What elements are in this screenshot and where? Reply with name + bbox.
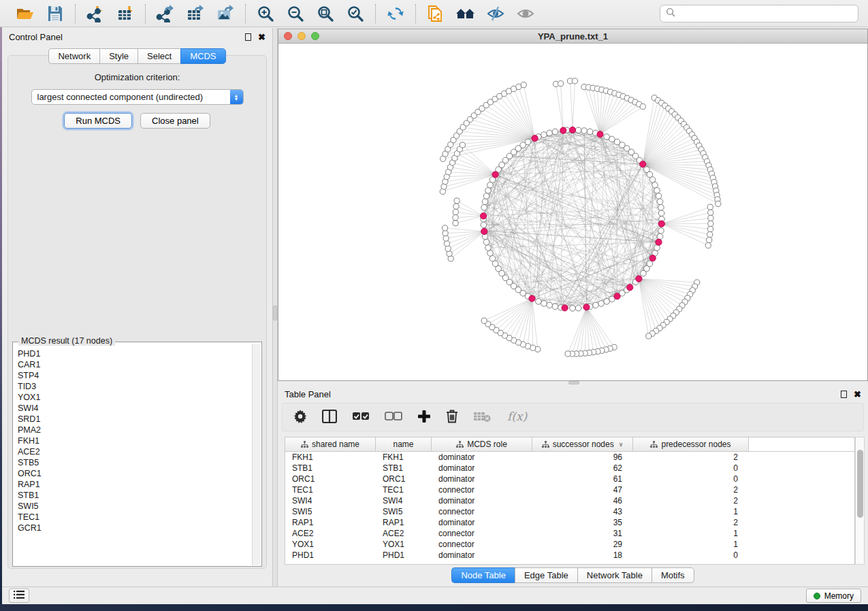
mcds-result-item[interactable]: CAR1: [18, 359, 252, 370]
refresh-button[interactable]: [385, 3, 406, 24]
table-cell[interactable]: STB1: [376, 463, 432, 473]
graph-leaf-node[interactable]: [707, 227, 713, 232]
table-cell[interactable]: RAP1: [285, 518, 376, 527]
graph-node[interactable]: [654, 188, 660, 194]
table-cell[interactable]: 18: [532, 550, 633, 560]
graph-node[interactable]: [481, 205, 487, 211]
import-network-button[interactable]: [85, 3, 106, 24]
table-cell[interactable]: 0: [633, 463, 749, 473]
table-cell[interactable]: PHD1: [376, 550, 432, 560]
table-cell[interactable]: TEC1: [376, 485, 432, 495]
table-cell[interactable]: connector: [432, 507, 532, 516]
graph-node[interactable]: [547, 302, 553, 308]
graph-node[interactable]: [641, 270, 647, 276]
graph-node[interactable]: [656, 193, 662, 199]
table-scrollbar[interactable]: [855, 437, 865, 565]
graph-node[interactable]: [657, 199, 663, 205]
table-cell[interactable]: STB1: [285, 463, 376, 473]
table-row[interactable]: SWI5SWI5connector431: [285, 506, 854, 517]
graph-leaf-node[interactable]: [707, 204, 713, 210]
graph-leaf-node[interactable]: [454, 198, 460, 203]
mcds-result-item[interactable]: ORC1: [18, 468, 252, 479]
table-cell[interactable]: 47: [532, 485, 633, 495]
mcds-result-item[interactable]: SWI5: [18, 501, 252, 512]
mcds-result-item[interactable]: SWI4: [18, 403, 252, 414]
graph-node[interactable]: [536, 299, 542, 305]
document-network-button[interactable]: [425, 3, 446, 24]
table-row[interactable]: RAP1RAP1dominator352: [285, 517, 854, 528]
optimization-criterion-select[interactable]: largest connected component (undirected)…: [31, 89, 244, 105]
table-cell[interactable]: FKH1: [376, 452, 432, 462]
table-row[interactable]: STB1STB1dominator620: [285, 463, 854, 474]
graph-node[interactable]: [552, 303, 558, 310]
graph-node[interactable]: [483, 193, 489, 199]
graph-node[interactable]: [525, 139, 531, 145]
graph-hub-node[interactable]: [656, 239, 662, 245]
add-column-button[interactable]: [417, 410, 431, 425]
search-input[interactable]: [679, 9, 852, 18]
graph-hub-node[interactable]: [562, 305, 568, 311]
graph-leaf-node[interactable]: [707, 237, 712, 243]
split-panel-button[interactable]: [322, 410, 337, 425]
table-cell[interactable]: connector: [432, 485, 532, 495]
search-box[interactable]: [660, 5, 858, 22]
mcds-result-item[interactable]: TEC1: [18, 512, 252, 523]
table-cell[interactable]: YOX1: [285, 540, 376, 549]
graph-node[interactable]: [593, 302, 599, 308]
graph-leaf-node[interactable]: [442, 225, 447, 231]
graph-leaf-node[interactable]: [708, 221, 713, 227]
table-cell[interactable]: 31: [532, 529, 633, 538]
graph-node[interactable]: [658, 210, 664, 216]
graph-leaf-node[interactable]: [444, 241, 449, 246]
export-table-button[interactable]: [185, 3, 206, 24]
graph-node[interactable]: [541, 132, 547, 138]
graph-node[interactable]: [575, 305, 581, 311]
graph-node[interactable]: [581, 128, 588, 134]
graph-leaf-node[interactable]: [521, 82, 526, 88]
table-cell[interactable]: ACE2: [285, 529, 376, 538]
close-panel-button[interactable]: Close panel: [140, 113, 210, 129]
graph-node[interactable]: [652, 182, 658, 188]
close-panel-icon[interactable]: ✖: [258, 33, 266, 42]
column-header-MCDS-role[interactable]: MCDS role: [432, 437, 532, 451]
table-row[interactable]: FKH1FKH1dominator962: [285, 452, 854, 463]
graph-node[interactable]: [487, 182, 494, 188]
graph-node[interactable]: [587, 129, 593, 135]
select-all-button[interactable]: [352, 412, 370, 423]
mcds-result-item[interactable]: GCR1: [18, 523, 252, 533]
graph-hub-node[interactable]: [614, 293, 620, 299]
zoom-in-button[interactable]: [255, 3, 276, 24]
graph-hub-node[interactable]: [529, 295, 535, 301]
graph-node[interactable]: [658, 228, 664, 234]
table-cell[interactable]: 96: [532, 452, 633, 462]
network-graph[interactable]: [278, 44, 867, 380]
graph-node[interactable]: [657, 233, 663, 240]
zoom-fit-button[interactable]: [315, 3, 336, 24]
graph-hub-node[interactable]: [658, 220, 664, 227]
vertical-splitter[interactable]: [272, 28, 278, 587]
mcds-result-item[interactable]: STB5: [18, 457, 252, 468]
graph-hub-node[interactable]: [560, 127, 566, 133]
export-image-button[interactable]: [215, 3, 236, 24]
table-cell[interactable]: ACE2: [376, 529, 432, 538]
network-canvas[interactable]: [278, 44, 867, 380]
graph-node[interactable]: [570, 306, 576, 312]
tab-node-table[interactable]: Node Table: [451, 567, 515, 583]
table-row[interactable]: ACE2ACE2connector311: [285, 528, 854, 539]
tab-select[interactable]: Select: [138, 48, 180, 64]
import-table-button[interactable]: [115, 3, 135, 24]
table-cell[interactable]: 1: [633, 540, 749, 549]
graph-node[interactable]: [654, 245, 660, 251]
table-cell[interactable]: SWI4: [376, 496, 432, 506]
table-cell[interactable]: 0: [633, 550, 749, 560]
mcds-result-item[interactable]: STP4: [18, 370, 252, 381]
graph-node[interactable]: [485, 188, 492, 194]
graph-leaf-node[interactable]: [447, 251, 452, 257]
graph-leaf-node[interactable]: [646, 333, 652, 339]
zoom-out-button[interactable]: [285, 3, 306, 24]
graph-node[interactable]: [487, 250, 494, 257]
mcds-result-scrollbar[interactable]: [252, 344, 261, 565]
table-cell[interactable]: 0: [633, 474, 749, 484]
table-cell[interactable]: 29: [532, 540, 633, 549]
graph-leaf-node[interactable]: [453, 209, 458, 214]
